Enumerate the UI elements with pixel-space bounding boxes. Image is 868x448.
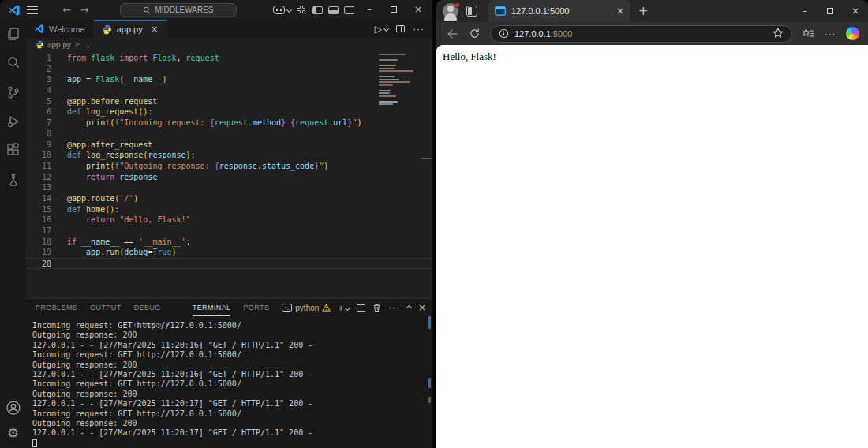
code-line: 5@app.before_request (26, 96, 432, 107)
browser-menu-icon[interactable]: ··· (821, 24, 840, 43)
code-text: def log_response(response): (67, 150, 196, 161)
terminal-line: Outgoing response: 200 (32, 390, 432, 399)
run-debug-icon[interactable] (6, 114, 21, 129)
close-panel-icon[interactable]: × (418, 302, 426, 313)
new-terminal-button[interactable]: + (338, 302, 350, 314)
close-tab-icon[interactable]: × (616, 6, 624, 17)
url-host: 127.0.0.1 (514, 29, 551, 39)
address-bar[interactable]: 127.0.0.1:5000 (490, 25, 792, 43)
code-area: 1from flask import Flask, request23app =… (26, 53, 432, 269)
terminal-line: Outgoing response: 200 (32, 330, 432, 340)
panel-tab-terminal[interactable]: TERMINAL (193, 299, 231, 316)
tab-welcome[interactable]: Welcome (26, 20, 94, 38)
line-number: 3 (26, 74, 51, 85)
profile-avatar[interactable] (443, 3, 458, 19)
favorites-hub-icon[interactable] (799, 24, 817, 43)
code-text: def log_request(): (67, 106, 152, 118)
code-text: return response (67, 172, 157, 183)
terminal[interactable]: Incoming request: GET http://127.0.0.1:5… (26, 316, 432, 448)
kill-terminal-icon[interactable] (372, 303, 381, 312)
site-info-icon[interactable] (499, 28, 509, 39)
terminal-scrollbar-mark[interactable] (428, 378, 431, 388)
more-actions-icon[interactable]: ··· (413, 24, 425, 35)
new-tab-button[interactable]: + (638, 4, 649, 18)
line-number: 20 (26, 259, 51, 268)
site-favicon (495, 6, 506, 16)
testing-icon[interactable] (6, 172, 21, 188)
browser-tab[interactable]: 127.0.0.1:5000 × (488, 0, 630, 22)
panel-tab-output[interactable]: OUTPUT (90, 299, 121, 316)
warning-icon (322, 304, 331, 312)
line-number: 17 (26, 226, 51, 237)
line-number: 19 (26, 247, 51, 258)
bookmark-star-icon[interactable] (773, 28, 784, 39)
breadcrumb[interactable]: app.py > ... (26, 38, 432, 50)
code-line: 10def log_response(response): (26, 150, 432, 161)
maximize-button[interactable] (817, 0, 843, 22)
split-terminal-icon[interactable] (357, 304, 365, 312)
back-button[interactable] (443, 24, 462, 43)
code-line: 13 (26, 182, 432, 193)
line-number: 13 (26, 182, 51, 193)
settings-gear-icon[interactable]: ⚙ (7, 427, 19, 440)
code-line: 20 (26, 258, 432, 269)
editor-tab-bar: Welcome app.py × ▷ ··· (26, 20, 432, 38)
code-line: 11 print(f"Outgoing response: {response.… (26, 161, 432, 172)
breadcrumb-separator: > (74, 40, 80, 48)
code-line: 7 print(f"Incoming request: {request.met… (26, 118, 432, 129)
source-control-icon[interactable] (6, 84, 21, 100)
vscode-icon (34, 24, 44, 34)
page-content: Hello, Flask! (436, 45, 868, 448)
panel-more-icon[interactable]: ··· (388, 302, 400, 313)
search-input[interactable]: MIDDLEWARES (120, 3, 237, 17)
menu-icon[interactable] (27, 6, 38, 14)
tab-app-py[interactable]: app.py × (94, 20, 167, 38)
minimize-button[interactable]: – (792, 0, 817, 22)
explorer-icon[interactable] (6, 26, 21, 42)
terminal-line: 127.0.0.1 - - [27/Mar/2025 11:20:17] "GE… (32, 399, 432, 409)
account-icon[interactable] (6, 400, 21, 416)
run-python-button[interactable]: ▷ (375, 24, 388, 35)
extensions-icon[interactable] (6, 143, 21, 159)
code-line: 2 (26, 64, 432, 75)
refresh-button[interactable] (465, 24, 484, 43)
code-line: 16 return "Hello, Flask!" (26, 215, 432, 226)
maximize-button[interactable] (384, 0, 403, 20)
code-text: app = Flask(__name__) (67, 74, 166, 85)
panel-tab-problems[interactable]: PROBLEMS (36, 299, 77, 316)
code-text: @app.after_request (67, 140, 152, 151)
search-icon (143, 6, 151, 14)
panel-tab-debug-console[interactable]: DEBUG CONSOLE (134, 299, 180, 316)
panel-tab-ports[interactable]: PORTS (243, 299, 269, 316)
terminal-line: Incoming request: GET http://127.0.0.1:5… (32, 321, 432, 330)
terminal-line: Incoming request: GET http://127.0.0.1:5… (32, 350, 432, 360)
code-text: @app.route('/') (67, 193, 138, 204)
toggle-panel-icon[interactable] (328, 6, 339, 14)
forward-arrow-icon[interactable]: → (76, 4, 93, 16)
split-editor-icon[interactable] (396, 25, 405, 32)
toggle-sidebar-icon[interactable] (312, 6, 323, 14)
terminal-shell-selector[interactable]: >_ python (282, 304, 331, 312)
terminal-scrollbar-mark[interactable] (428, 316, 431, 329)
maximize-panel-icon[interactable] (406, 304, 412, 310)
editor-scrollbar[interactable] (421, 158, 432, 159)
close-button[interactable]: × (409, 0, 428, 20)
terminal-scrollbar-mark[interactable] (428, 397, 431, 403)
code-editor[interactable]: 1from flask import Flask, request23app =… (26, 50, 432, 298)
terminal-line: Outgoing response: 200 (32, 360, 432, 370)
close-button[interactable]: × (843, 0, 868, 22)
code-line: 8 (26, 129, 432, 140)
terminal-output: Incoming request: GET http://127.0.0.1:5… (32, 321, 432, 439)
copilot-button[interactable] (273, 6, 291, 14)
copilot-button[interactable] (843, 24, 862, 43)
search-sidebar-icon[interactable] (6, 55, 21, 71)
toggle-secondary-sidebar-icon[interactable] (344, 6, 354, 14)
minimize-button[interactable]: – (360, 0, 379, 20)
minimap[interactable] (379, 54, 420, 106)
back-arrow-icon[interactable]: ← (58, 4, 76, 16)
tab-workspaces-icon[interactable] (466, 6, 477, 17)
browser-tab-title: 127.0.0.1:5000 (511, 6, 569, 16)
line-number: 5 (26, 96, 51, 107)
customize-layout-icon[interactable] (297, 6, 307, 14)
close-tab-icon[interactable]: × (151, 24, 159, 35)
